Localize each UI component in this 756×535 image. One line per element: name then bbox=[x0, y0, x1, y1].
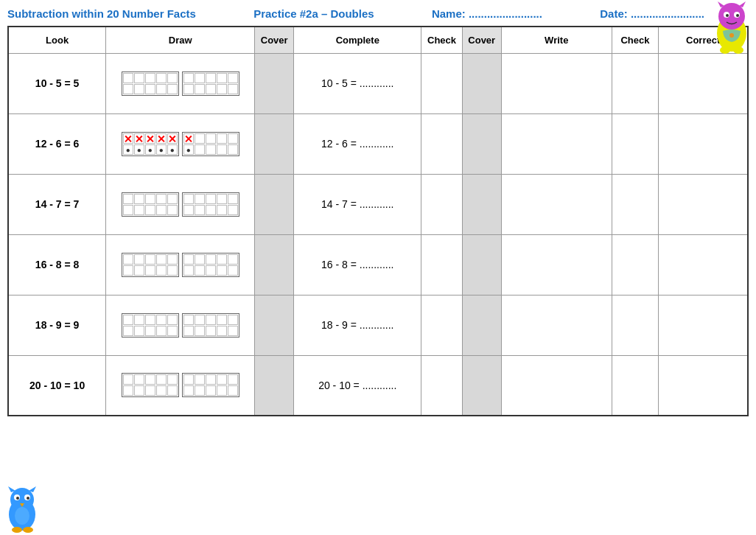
correct-cell-1 bbox=[659, 53, 748, 113]
draw-frames-2 bbox=[109, 132, 251, 156]
correct-cell-6 bbox=[659, 355, 748, 416]
header: Subtraction within 20 Number Facts Pract… bbox=[7, 7, 749, 20]
look-cell-3: 14 - 7 = 7 bbox=[8, 174, 106, 234]
cover-cell-2 bbox=[255, 113, 294, 174]
write-cell-4 bbox=[501, 234, 612, 295]
frame-left-4 bbox=[122, 253, 179, 277]
frame-left-3 bbox=[122, 192, 179, 217]
col-header-draw: Draw bbox=[106, 27, 255, 53]
look-cell-5: 18 - 9 = 9 bbox=[8, 295, 106, 355]
correct-cell-4 bbox=[659, 234, 748, 295]
table-row: 12 - 6 = 6 bbox=[8, 113, 748, 174]
col-header-check1: Check bbox=[421, 27, 462, 53]
draw-cell-2 bbox=[106, 113, 255, 174]
page-title: Subtraction within 20 Number Facts bbox=[7, 7, 196, 20]
check2-cell-2 bbox=[612, 113, 658, 174]
svg-point-10 bbox=[729, 33, 734, 38]
write-cell-2 bbox=[501, 113, 612, 174]
look-cell-2: 12 - 6 = 6 bbox=[8, 113, 106, 174]
complete-cell-6: 20 - 10 = ............ bbox=[294, 355, 421, 416]
correct-cell-5 bbox=[659, 295, 748, 355]
draw-cell-1 bbox=[106, 53, 255, 113]
cover-cell-4 bbox=[255, 234, 294, 295]
col-header-check2: Check bbox=[612, 27, 658, 53]
svg-point-16 bbox=[27, 497, 29, 500]
write-cell-6 bbox=[501, 355, 612, 416]
page: Subtraction within 20 Number Facts Pract… bbox=[0, 0, 756, 535]
cover2-cell-3 bbox=[462, 174, 501, 234]
col-header-write: Write bbox=[501, 27, 612, 53]
complete-cell-3: 14 - 7 = ............ bbox=[294, 174, 421, 234]
draw-cell-5 bbox=[106, 295, 255, 355]
svg-point-1 bbox=[718, 3, 745, 29]
frame-right-1 bbox=[182, 71, 239, 96]
look-cell-4: 16 - 8 = 8 bbox=[8, 234, 106, 295]
svg-point-22 bbox=[15, 507, 29, 525]
cover2-cell-6 bbox=[462, 355, 501, 416]
check2-cell-5 bbox=[612, 295, 658, 355]
check-cell-5 bbox=[421, 295, 462, 355]
write-cell-3 bbox=[501, 174, 612, 234]
col-header-complete: Complete bbox=[294, 27, 421, 53]
frame-right-5 bbox=[182, 313, 239, 338]
monster-bottom-icon bbox=[4, 483, 41, 535]
complete-cell-4: 16 - 8 = ............ bbox=[294, 234, 421, 295]
cover2-cell-5 bbox=[462, 295, 501, 355]
correct-cell-2 bbox=[659, 113, 748, 174]
svg-point-15 bbox=[16, 497, 19, 500]
svg-point-20 bbox=[12, 527, 22, 533]
frame-right-2 bbox=[182, 132, 239, 156]
correct-cell-3 bbox=[659, 174, 748, 234]
monster-top-icon bbox=[712, 0, 752, 59]
write-cell-5 bbox=[501, 295, 612, 355]
check-cell-2 bbox=[421, 113, 462, 174]
table-row: 10 - 5 = 5 10 - 5 = ........... bbox=[8, 53, 748, 113]
svg-point-9 bbox=[733, 46, 743, 54]
cover2-cell-2 bbox=[462, 113, 501, 174]
frame-right-4 bbox=[182, 253, 239, 277]
look-cell-6: 20 - 10 = 10 bbox=[8, 355, 106, 416]
draw-cell-4 bbox=[106, 234, 255, 295]
name-label: Name: ........................ bbox=[432, 7, 542, 20]
draw-frames-6 bbox=[109, 373, 251, 397]
complete-cell-2: 12 - 6 = ............ bbox=[294, 113, 421, 174]
table-row: 20 - 10 = 10 20 - 10 = ........ bbox=[8, 355, 748, 416]
draw-frames-5 bbox=[109, 313, 251, 338]
cover-cell-3 bbox=[255, 174, 294, 234]
check2-cell-6 bbox=[612, 355, 658, 416]
cover-cell-1 bbox=[255, 53, 294, 113]
write-cell-1 bbox=[501, 53, 612, 113]
table-row: 18 - 9 = 9 18 - 9 = ........... bbox=[8, 295, 748, 355]
svg-point-21 bbox=[23, 527, 33, 533]
frame-right-6 bbox=[182, 373, 239, 397]
check-cell-4 bbox=[421, 234, 462, 295]
draw-frames-3 bbox=[109, 192, 251, 217]
check2-cell-1 bbox=[612, 53, 658, 113]
col-header-look: Look bbox=[8, 27, 106, 53]
draw-cell-6 bbox=[106, 355, 255, 416]
table-row: 14 - 7 = 7 14 - 7 = ........... bbox=[8, 174, 748, 234]
frame-left-1 bbox=[122, 71, 179, 96]
frame-left-2 bbox=[122, 132, 179, 156]
cover2-cell-1 bbox=[462, 53, 501, 113]
date-label: Date: ........................ bbox=[600, 7, 704, 20]
svg-point-5 bbox=[736, 14, 739, 17]
cover-cell-6 bbox=[255, 355, 294, 416]
col-header-cover1: Cover bbox=[255, 27, 294, 53]
check2-cell-3 bbox=[612, 174, 658, 234]
check-cell-6 bbox=[421, 355, 462, 416]
frame-right-3 bbox=[182, 192, 239, 217]
cover-cell-5 bbox=[255, 295, 294, 355]
main-table: Look Draw Cover Complete Check Cover Wri… bbox=[7, 26, 749, 416]
table-row: 16 - 8 = 8 16 - 8 = ........... bbox=[8, 234, 748, 295]
draw-frames-1 bbox=[109, 71, 251, 96]
svg-point-8 bbox=[720, 46, 730, 54]
frame-left-6 bbox=[122, 373, 179, 397]
check2-cell-4 bbox=[612, 234, 658, 295]
col-header-cover2: Cover bbox=[462, 27, 501, 53]
frame-left-5 bbox=[122, 313, 179, 338]
complete-cell-1: 10 - 5 = ............ bbox=[294, 53, 421, 113]
draw-frames-4 bbox=[109, 253, 251, 277]
svg-point-4 bbox=[726, 14, 729, 17]
draw-cell-3 bbox=[106, 174, 255, 234]
